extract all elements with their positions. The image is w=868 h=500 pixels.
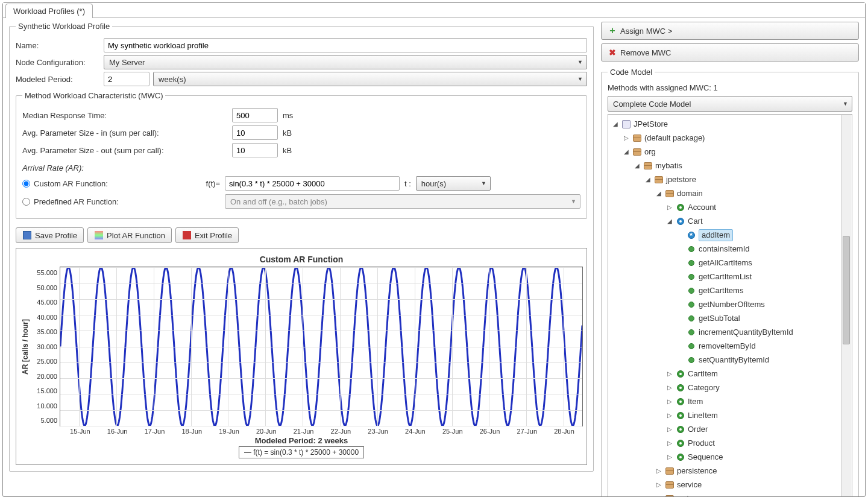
tree-item-method[interactable]: getCartItemList [608, 270, 852, 283]
name-input[interactable] [104, 38, 587, 52]
median-label: Median Response Time: [22, 111, 227, 120]
tree-item-package[interactable]: ▷web [608, 492, 852, 496]
tab-workload-profiles[interactable]: Workload Profiles (*) [5, 4, 93, 18]
nodeconf-label: Node Configuration: [16, 58, 100, 67]
period-value-input[interactable] [104, 72, 149, 86]
tree-item-method[interactable]: getAllCartItems [608, 256, 852, 270]
nodeconf-dropdown[interactable]: My Server [104, 55, 587, 69]
tree-item-method[interactable]: setQuantityByItemId [608, 353, 852, 367]
scrollbar-thumb[interactable] [843, 236, 850, 344]
period-label: Modeled Period: [16, 75, 100, 84]
tree-item-package[interactable]: ◢domain [608, 186, 852, 200]
tree-item-class[interactable]: ▷Order [608, 422, 852, 436]
chart-xticks: 15-Jun16-Jun17-Jun18-Jun19-Jun20-Jun21-J… [61, 428, 583, 435]
median-input[interactable] [232, 108, 278, 122]
predef-ar-radio[interactable] [22, 198, 30, 206]
tree-item-package[interactable]: ▷(default package) [608, 131, 852, 145]
tree-item-class[interactable]: ▷Item [608, 394, 852, 408]
x-icon: ✖ [608, 48, 617, 57]
tree-item-class[interactable]: ▷Category [608, 381, 852, 394]
tree-item-project[interactable]: ◢JPetStore [608, 117, 852, 131]
save-icon [22, 230, 32, 240]
ft-input[interactable] [225, 176, 400, 191]
codemodel-selector[interactable]: Complete Code Model [608, 96, 852, 112]
assign-mwc-button[interactable]: + Assign MWC > [601, 22, 859, 40]
remove-label: Remove MWC [620, 48, 671, 57]
plot-ar-button[interactable]: Plot AR Function [87, 227, 172, 243]
exit-label: Exit Profile [195, 231, 232, 240]
tree-item-package[interactable]: ▷service [608, 478, 852, 492]
chart-ylabel: AR [calls / hour] [20, 267, 31, 426]
tree-item-package[interactable]: ◢jpetstore [608, 172, 852, 186]
code-tree[interactable]: ◢JPetStore ▷(default package) ◢org ◢myba… [608, 114, 852, 496]
assign-label: Assign MWC > [620, 27, 672, 36]
ar-heading: Arrival Rate (AR): [22, 163, 580, 172]
custom-ar-radio[interactable] [22, 180, 30, 188]
tab-bar: Workload Profiles (*) [3, 3, 865, 18]
tree-item-class[interactable]: ▷Sequence [608, 450, 852, 464]
period-unit-dropdown[interactable]: week(s) [153, 72, 587, 86]
chart-icon [94, 230, 104, 240]
save-label: Save Profile [35, 231, 77, 240]
chart-plot-area [60, 267, 583, 426]
plus-icon: + [608, 26, 617, 36]
tree-item-class[interactable]: ▷Product [608, 436, 852, 450]
tree-item-class[interactable]: ▷LineItem [608, 408, 852, 422]
code-model-fieldset: Code Model Methods with assigned MWC: 1 … [601, 68, 859, 496]
custom-ar-label: Custom AR Function: [34, 179, 108, 188]
tree-item-class[interactable]: ▷CartItem [608, 367, 852, 381]
mwc-fieldset: Method Workload Characteristic (MWC) Med… [16, 91, 587, 219]
tree-item-method[interactable]: containsItemId [608, 242, 852, 256]
chart-xlabel: Modeled Period: 2 weeks [20, 436, 583, 445]
profile-legend: Synthetic Workload Profile [16, 22, 112, 31]
tree-item-package[interactable]: ◢org [608, 145, 852, 159]
exit-profile-button[interactable]: Exit Profile [175, 227, 239, 243]
codemodel-legend: Code Model [608, 68, 655, 77]
predef-ar-dropdown[interactable]: On and off (e.g., batch jobs) [225, 194, 580, 209]
tree-item-method[interactable]: getNumberOfItems [608, 297, 852, 311]
chart-title: Custom AR Function [20, 255, 583, 264]
tree-item-method[interactable]: getCartItems [608, 283, 852, 297]
param-out-input[interactable] [232, 143, 278, 157]
t-unit-dropdown[interactable]: hour(s) [416, 176, 491, 191]
plot-label: Plot AR Function [107, 231, 165, 240]
mwc-legend: Method Workload Characteristic (MWC) [22, 91, 165, 100]
name-label: Name: [16, 41, 100, 50]
synthetic-profile-fieldset: Synthetic Workload Profile Name: Node Co… [9, 22, 594, 472]
tree-item-package[interactable]: ◢mybatis [608, 159, 852, 172]
param-in-input[interactable] [232, 125, 278, 140]
param-in-unit: kB [283, 128, 292, 138]
tree-item-method[interactable]: getSubTotal [608, 311, 852, 325]
tree-item-method[interactable]: removeItemById [608, 339, 852, 353]
chart-yticks: 55.00050.00045.00040.00035.00030.00025.0… [31, 267, 60, 426]
param-in-label: Avg. Parameter Size - in (sum per call): [22, 128, 227, 138]
predef-ar-label: Predefined AR Function: [34, 197, 119, 206]
param-out-label: Avg. Parameter Size - out (sum per call)… [22, 146, 227, 155]
t-label: t : [404, 179, 411, 188]
tree-item-class[interactable]: ▷Account [608, 200, 852, 214]
tree-item-method-selected[interactable]: addItem [608, 228, 852, 242]
tree-item-class[interactable]: ◢Cart [608, 214, 852, 228]
tree-item-package[interactable]: ▷persistence [608, 464, 852, 478]
mwc-count-label: Methods with assigned MWC: 1 [608, 83, 852, 92]
param-out-unit: kB [283, 146, 292, 155]
tree-item-method[interactable]: incrementQuantityByItemId [608, 325, 852, 339]
tree-scrollbar[interactable] [841, 115, 851, 496]
median-unit: ms [283, 111, 293, 120]
remove-mwc-button[interactable]: ✖ Remove MWC [601, 43, 859, 62]
chart-legend: — f(t) = sin(0.3 * t) * 25000 + 30000 [239, 446, 364, 458]
ft-label: f(t)= [190, 179, 220, 188]
chart-panel: Custom AR Function AR [calls / hour] 55.… [16, 248, 587, 465]
save-profile-button[interactable]: Save Profile [16, 227, 84, 243]
exit-icon [182, 230, 192, 240]
